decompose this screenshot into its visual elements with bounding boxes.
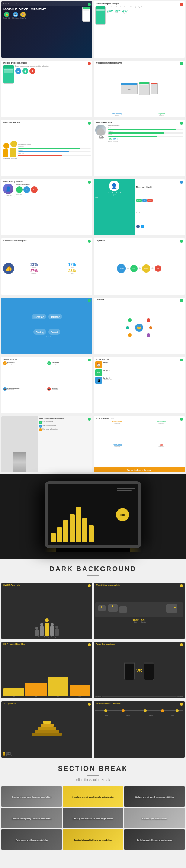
sil-2: [40, 623, 44, 636]
mini-circle-2: [147, 318, 150, 322]
label-smart: Smart: [51, 331, 58, 334]
tl-label-release: Release: [149, 715, 153, 716]
slide-row-5: Social Media Analysis 👍 33% Facebook: [0, 237, 186, 296]
content-title: Content: [96, 299, 183, 301]
pyramid-title: 3D Pyramid: [3, 703, 90, 705]
dark-section-header: DARK BACKGROUND: [0, 559, 186, 581]
mini-circle-1: [128, 318, 132, 322]
social-stat-tw: 17% Twitter: [54, 263, 91, 268]
service-4: 📷 Analytics Lorem ipsum: [47, 387, 91, 412]
label-caring: Caring: [36, 331, 44, 334]
dev-label: UI Development: [12, 17, 20, 19]
photo-grid-section: Creative photography Shows us possibilit…: [0, 785, 186, 851]
fb-icon: f: [136, 225, 140, 228]
slide-content-icons[interactable]: Content 👑: [94, 298, 185, 354]
dark-row-3: 3D Pyramid Top Level: [0, 700, 186, 759]
slide-services[interactable]: Services List 🖊 Flat Icons Lorem ipsum: [1, 357, 92, 413]
slide-social-media[interactable]: Social Media Analysis 👍 33% Facebook: [1, 238, 92, 295]
photo-cell-4[interactable]: Creative photography Shows us possibilit…: [1, 808, 62, 828]
service-1: 🖊 Flat Icons Lorem ipsum: [3, 361, 46, 387]
photo-cell-7[interactable]: Pictures say a million words to help.: [1, 829, 62, 850]
slide-mobile-project-2[interactable]: Mobile Project Sample Lorem ipsum dolor …: [1, 61, 92, 117]
service-icon-2: ✈: [47, 361, 51, 365]
photo-cell-8[interactable]: Creative Infographic Shows us possibilit…: [63, 829, 123, 850]
social-stat-fb: 33% Facebook: [15, 263, 53, 268]
map-stat-1: 120K Users: [132, 619, 139, 623]
tree-labels: Creative Trusted: [32, 314, 62, 319]
tl-label-purpose: Purpose: [126, 715, 130, 716]
slide-row-2: Mobile Project Sample Lorem ipsum dolor …: [0, 59, 186, 118]
photo-text-8: Creative Infographic Shows us possibilit…: [72, 836, 113, 843]
tl-dot-1: [104, 709, 107, 712]
phone-vs-2: [144, 662, 154, 680]
slide-webdesign[interactable]: Webdesign / Responsive: [94, 61, 185, 117]
main-container: Mobile Development MOBILE DEVELOPMENT 🔒 …: [0, 0, 186, 851]
project-desc: Lorem ipsum dolor sit amet, consectetur …: [107, 6, 183, 8]
photo-cell-5[interactable]: Life only comes once, So make a right ch…: [63, 808, 123, 828]
service-3: 💼 File Management Lorem ipsum: [3, 387, 46, 412]
photo-text-1: Creative photography Shows us possibilit…: [10, 793, 53, 800]
photo-text-6: Pictures say a million words.: [140, 814, 169, 822]
section-break-subtitle: Slide for Section Break: [0, 778, 186, 782]
desc-text: Lorem ipsum dolor sit amet consectetur a…: [15, 65, 91, 67]
slide-apps-comparison[interactable]: Apps Comparison VS: [94, 642, 185, 698]
professional-skills-label: Photoshoot Tests: [108, 125, 183, 126]
slide-world-map[interactable]: World Map Infographic: [94, 583, 185, 639]
tablet-device: Here: [45, 481, 141, 548]
slide-what-we-do[interactable]: What We Do 🏠 Service 1 Lorem ipsum dolor: [94, 357, 185, 413]
photo-text-9: Our Infographic Shows our performance: [135, 836, 174, 843]
indicator-14: [180, 359, 183, 361]
slide-harry-2[interactable]: 👤 Meet Harry Gradel 🐦 @twitter Skills: [94, 179, 185, 235]
tl-dot-2: [122, 709, 125, 712]
world-map-title: World Map Infographic: [96, 584, 183, 586]
pyramid-bar-title: 3D Pyramid Bar Chart: [3, 643, 90, 645]
service-icon-4: 📷: [47, 387, 51, 391]
slide-meet-indya[interactable]: Meet Indya Ryan Client Bio Designer Phot…: [94, 120, 185, 176]
slide-why-choose[interactable]: Why You Should Choose Us ✓ Free to use f…: [1, 416, 92, 472]
webdesign-title: Webdesign / Responsive: [96, 62, 183, 64]
choose-item-2: ✓ Save more with credits: [39, 425, 91, 428]
slide-equation[interactable]: Equation Design + Dev + Skype + App: [94, 238, 185, 295]
slide-row-7: Services List 🖊 Flat Icons Lorem ipsum: [0, 356, 186, 415]
harry-left-panel: 👤 Meet Harry Gradel 🐦 @twitter Skills: [94, 179, 135, 235]
slide-why-choose-2[interactable]: Why Choose Us? Kali Group Lorem ipsum In…: [94, 416, 185, 472]
slide-harry-1[interactable]: Meet Harry Gradel 👤 About Me Lorem ipsum…: [1, 179, 92, 235]
slide-row-4: Meet Harry Gradel 👤 About Me Lorem ipsum…: [0, 178, 186, 237]
tl-dot-4: [161, 709, 164, 712]
photo-cell-6[interactable]: Pictures say a million words.: [124, 808, 185, 828]
best-in-country: We are the Best in Country: [94, 467, 185, 472]
photo-cell-9[interactable]: Our Infographic Shows our performance: [124, 829, 185, 850]
slide-creative-tree[interactable]: Creative Trusted Caring: [1, 298, 92, 354]
crown-icon: 👑: [135, 324, 143, 332]
harry-twitter: 🐦 @twitter: [111, 194, 117, 196]
tablet-circle: Here: [116, 508, 129, 521]
wwd-icon-1: 🏠: [95, 361, 102, 368]
people-group: Harry Bradley Jane Estling: [3, 141, 17, 159]
desktop-mockup: [121, 83, 138, 94]
slide-meet-family[interactable]: Meet our Family Harry Bradley: [1, 120, 92, 176]
why-choose-2-title: Why Choose Us?: [96, 417, 183, 419]
icon-b3: ★: [29, 68, 35, 74]
description-label: Description: [177, 696, 183, 697]
slide-swot[interactable]: SWOT Analysis: [1, 583, 92, 639]
phone-vs-1: [124, 662, 135, 680]
tablet-showcase-section: Here: [0, 474, 186, 559]
desc-comparison: Description: [95, 696, 101, 697]
pyr-label-3: Base Level: [3, 755, 91, 757]
slide-mobile-project-1[interactable]: Mobile Project Sample: [94, 1, 185, 58]
security-icon: 🔒: [4, 12, 9, 17]
services-title: Services List: [3, 358, 90, 360]
professional-label: → Professional: [43, 336, 51, 338]
photo-cell-3[interactable]: We have a great Idea Shows us possibilit…: [124, 786, 185, 807]
tl-dot-3: [144, 709, 147, 712]
slide-mobile-dev[interactable]: Mobile Development MOBILE DEVELOPMENT 🔒 …: [1, 1, 92, 58]
photo-text-3: We have a great Idea Shows us possibilit…: [134, 793, 175, 800]
mini-circle-4: [147, 333, 150, 337]
slide-pyramid[interactable]: 3D Pyramid Top Level: [1, 701, 92, 758]
photo-cell-2[interactable]: If you have a great Idea, Go make a righ…: [63, 786, 123, 807]
slide-timeline[interactable]: Short Process Timeline: [94, 701, 185, 758]
sil-4: [50, 623, 54, 636]
slide-pyramid-bar[interactable]: 3D Pyramid Bar Chart 2020 2021: [1, 642, 92, 698]
slide-row-1: Mobile Development MOBILE DEVELOPMENT 🔒 …: [0, 0, 186, 59]
photo-cell-1[interactable]: Creative photography Shows us possibilit…: [1, 786, 62, 807]
